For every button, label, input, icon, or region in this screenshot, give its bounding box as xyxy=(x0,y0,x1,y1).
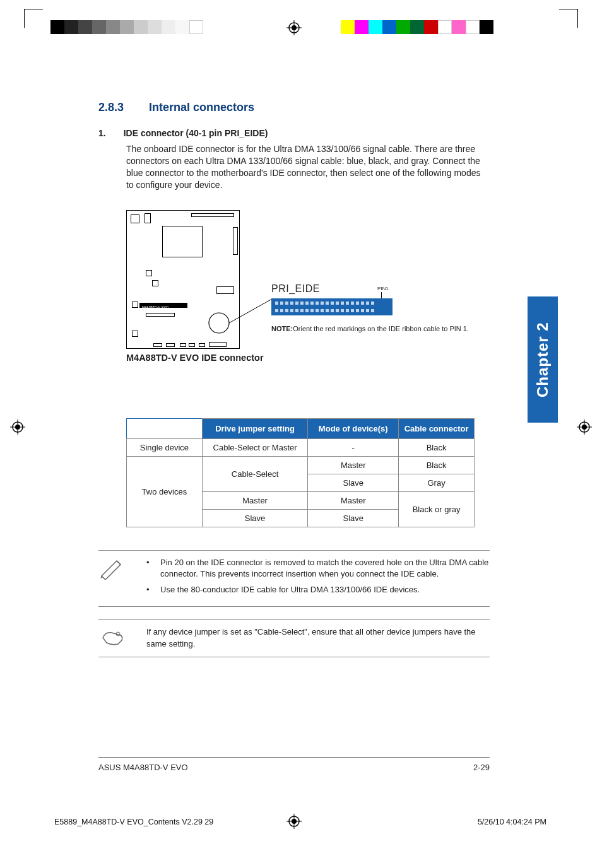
motherboard-outline-icon: M4A88TD-V EVO xyxy=(126,210,240,349)
color-swatches xyxy=(341,20,493,34)
section-number: 2.8.3 xyxy=(98,101,124,114)
diagram-caption: M4A88TD-V EVO IDE connector xyxy=(126,353,490,363)
item-heading: 1.IDE connector (40-1 pin PRI_EIDE) xyxy=(98,128,490,138)
svg-point-12 xyxy=(209,313,229,333)
page-footer: ASUS M4A88TD-V EVO 2-29 xyxy=(98,757,490,772)
registration-mark-icon xyxy=(10,419,25,437)
section-title: Internal connectors xyxy=(149,101,254,114)
crop-mark-icon xyxy=(24,9,43,28)
section-heading: 2.8.3Internal connectors xyxy=(98,101,490,114)
table-row: Two devices Cable-Select Master Black xyxy=(127,456,475,474)
jumper-settings-table: Drive jumper setting Mode of device(s) C… xyxy=(126,418,475,527)
item-number: 1. xyxy=(98,128,106,138)
connector-diagram: M4A88TD-V EVO M4A88TD-V EVO IDE connecto… xyxy=(126,210,490,374)
print-timestamp: 5/26/10 4:04:24 PM xyxy=(478,818,546,826)
print-file-label: E5889_M4A88TD-V EVO_Contents V2.29 29 xyxy=(54,818,213,826)
note-block-tips: Pin 20 on the IDE connector is removed t… xyxy=(98,550,490,607)
note-item: Use the 80-conductor IDE cable for Ultra… xyxy=(146,584,490,600)
svg-line-14 xyxy=(117,561,121,565)
crop-mark-icon xyxy=(559,9,578,28)
hand-pointer-icon xyxy=(98,626,126,647)
note-text: If any device jumper is set as "Cable-Se… xyxy=(141,626,490,650)
pri-eide-label: PRI_EIDE xyxy=(271,283,320,294)
table-header: Drive jumper setting xyxy=(202,418,308,438)
ide-connector-icon xyxy=(271,298,392,315)
table-header xyxy=(127,418,203,438)
print-footer: E5889_M4A88TD-V EVO_Contents V2.29 29 5/… xyxy=(54,818,546,826)
printer-marks-top xyxy=(0,11,602,42)
pri-eide-block: PRI_EIDE PIN1 NOTE:Orient the red markin… xyxy=(271,283,469,333)
grayscale-swatches xyxy=(50,20,203,34)
board-model-label: M4A88TD-V EVO xyxy=(142,305,168,309)
table-header: Mode of device(s) xyxy=(308,418,399,438)
item-title: IDE connector (40-1 pin PRI_EIDE) xyxy=(124,128,268,138)
pin1-mark-icon xyxy=(381,292,382,298)
registration-mark-icon xyxy=(286,20,302,35)
footer-page-number: 2-29 xyxy=(473,763,490,772)
page-content: 2.8.3Internal connectors 1.IDE connector… xyxy=(98,101,490,657)
pen-icon xyxy=(98,557,126,580)
callout-circle-icon xyxy=(203,312,240,349)
svg-line-13 xyxy=(229,299,272,323)
footer-product: ASUS M4A88TD-V EVO xyxy=(98,763,188,772)
table-row: Single device Cable-Select or Master - B… xyxy=(127,438,475,456)
note-item: Pin 20 on the IDE connector is removed t… xyxy=(146,557,490,585)
registration-mark-icon xyxy=(577,419,592,437)
pin1-label: PIN1 xyxy=(377,286,389,291)
diagram-note: NOTE:Orient the red markings on the IDE … xyxy=(271,324,469,333)
note-block-important: If any device jumper is set as "Cable-Se… xyxy=(98,619,490,657)
body-paragraph: The onboard IDE connector is for the Ult… xyxy=(126,143,490,191)
chapter-tab: Chapter 2 xyxy=(528,296,558,423)
table-header: Cable connector xyxy=(399,418,475,438)
